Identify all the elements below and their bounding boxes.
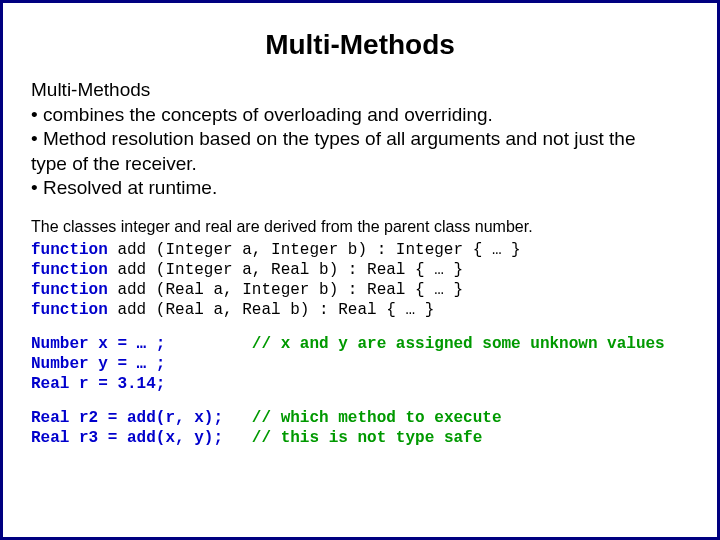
code-comment: // this is not type safe [252, 429, 482, 447]
code-comment: // x and y are assigned some unknown val… [252, 335, 665, 353]
bullet-item: • Method resolution based on the types o… [31, 127, 689, 151]
keyword-function: function [31, 301, 108, 319]
subtitle: Multi-Methods [31, 79, 689, 101]
slide-title: Multi-Methods [31, 29, 689, 61]
bullet-item: • Resolved at runtime. [31, 176, 689, 200]
intro-text: The classes integer and real are derived… [31, 218, 689, 236]
code-line: add (Integer a, Real b) : Real { … } [108, 261, 463, 279]
code-comment: // which method to execute [252, 409, 502, 427]
code-line: Real r2 = add(r, x); [31, 409, 252, 427]
keyword-function: function [31, 261, 108, 279]
code-line: Number y = … ; [31, 355, 165, 373]
code-line: Number x = … ; [31, 335, 252, 353]
bullet-list: • combines the concepts of overloading a… [31, 103, 689, 200]
code-line: Real r = 3.14; [31, 375, 165, 393]
bullet-item: • combines the concepts of overloading a… [31, 103, 689, 127]
code-line: add (Real a, Real b) : Real { … } [108, 301, 434, 319]
code-line: add (Real a, Integer b) : Real { … } [108, 281, 463, 299]
slide-frame: Multi-Methods Multi-Methods • combines t… [0, 0, 720, 540]
code-functions: function add (Integer a, Integer b) : In… [31, 240, 689, 320]
keyword-function: function [31, 241, 108, 259]
keyword-function: function [31, 281, 108, 299]
code-assignments: Number x = … ; // x and y are assigned s… [31, 334, 689, 394]
code-calls: Real r2 = add(r, x); // which method to … [31, 408, 689, 448]
bullet-item: type of the receiver. [31, 152, 689, 176]
code-line: Real r3 = add(x, y); [31, 429, 252, 447]
code-line: add (Integer a, Integer b) : Integer { …… [108, 241, 521, 259]
